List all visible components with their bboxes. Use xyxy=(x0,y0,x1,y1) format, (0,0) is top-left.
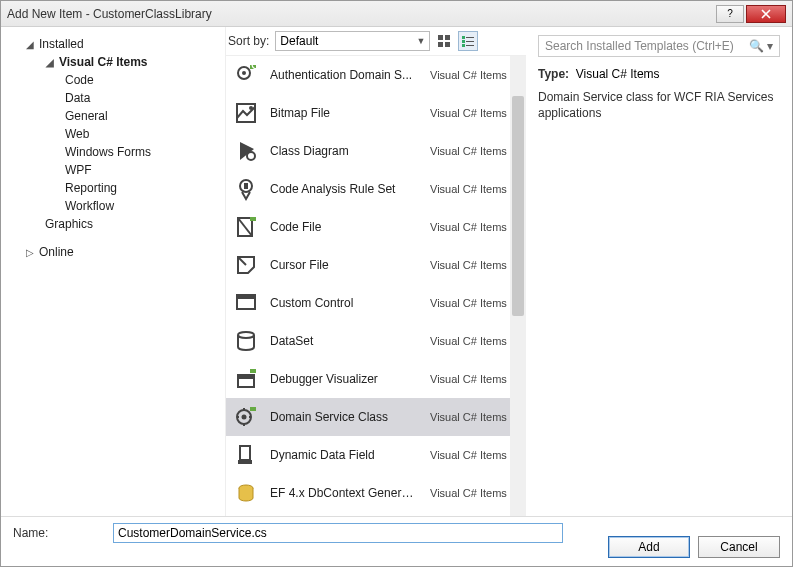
nav-visual-csharp-items[interactable]: ◢Visual C# Items xyxy=(11,53,215,71)
template-icon xyxy=(232,251,260,279)
chevron-right-icon: ▷ xyxy=(25,247,35,258)
sortby-dropdown[interactable]: Default ▼ xyxy=(275,31,430,51)
svg-rect-4 xyxy=(462,36,465,39)
nav-installed[interactable]: ◢Installed xyxy=(11,35,215,53)
sortby-value: Default xyxy=(280,34,318,48)
footer: Name: Add Cancel xyxy=(1,516,792,566)
svg-rect-5 xyxy=(466,37,474,38)
svg-point-15 xyxy=(249,106,253,110)
template-icon xyxy=(232,365,260,393)
list-toolbar: Sort by: Default ▼ xyxy=(226,27,526,55)
template-item[interactable]: Debugger VisualizerVisual C# Items xyxy=(226,360,526,398)
svg-rect-32 xyxy=(240,446,250,460)
nav-graphics[interactable]: Graphics xyxy=(11,215,215,233)
template-item[interactable]: Dynamic Data FieldVisual C# Items xyxy=(226,436,526,474)
svg-rect-22 xyxy=(250,217,256,221)
template-item[interactable]: Domain Service ClassVisual C# Items xyxy=(226,398,526,436)
template-category: Visual C# Items xyxy=(430,373,520,385)
template-category: Visual C# Items xyxy=(430,335,520,347)
template-category: Visual C# Items xyxy=(430,487,520,499)
template-name: Class Diagram xyxy=(270,144,420,158)
svg-rect-0 xyxy=(438,35,443,40)
svg-point-11 xyxy=(242,71,246,75)
template-name: Domain Service Class xyxy=(270,410,420,424)
template-item[interactable]: Class DiagramVisual C# Items xyxy=(226,132,526,170)
template-category: Visual C# Items xyxy=(430,449,520,461)
svg-rect-1 xyxy=(445,35,450,40)
svg-point-17 xyxy=(247,152,255,160)
template-item[interactable]: Code FileVisual C# Items xyxy=(226,208,526,246)
template-icon xyxy=(232,99,260,127)
template-icon xyxy=(232,289,260,317)
svg-rect-24 xyxy=(237,295,255,299)
scrollbar[interactable] xyxy=(510,56,526,517)
template-name: DataSet xyxy=(270,334,420,348)
nav-online[interactable]: ▷Online xyxy=(11,243,215,261)
template-category: Visual C# Items xyxy=(430,297,520,309)
svg-rect-2 xyxy=(438,42,443,47)
svg-rect-9 xyxy=(466,45,474,46)
svg-point-25 xyxy=(238,332,254,338)
scrollbar-thumb[interactable] xyxy=(512,96,524,316)
svg-rect-19 xyxy=(244,183,248,189)
template-list: C#Authentication Domain S...Visual C# It… xyxy=(226,55,526,517)
search-icon: 🔍 ▾ xyxy=(749,39,773,53)
nav-code[interactable]: Code xyxy=(11,71,215,89)
content: ◢Installed ◢Visual C# Items Code Data Ge… xyxy=(1,27,792,517)
template-category: Visual C# Items xyxy=(430,69,520,81)
template-icon xyxy=(232,327,260,355)
search-placeholder: Search Installed Templates (Ctrl+E) xyxy=(545,39,734,53)
nav-reporting[interactable]: Reporting xyxy=(11,179,215,197)
svg-rect-27 xyxy=(238,375,254,379)
template-item[interactable]: DataSetVisual C# Items xyxy=(226,322,526,360)
template-name: Debugger Visualizer xyxy=(270,372,420,386)
chevron-down-icon: ◢ xyxy=(25,39,35,50)
name-label: Name: xyxy=(13,526,103,540)
template-name: Authentication Domain S... xyxy=(270,68,420,82)
template-name: Dynamic Data Field xyxy=(270,448,420,462)
svg-rect-33 xyxy=(238,460,252,464)
template-item[interactable]: Bitmap FileVisual C# Items xyxy=(226,94,526,132)
template-item[interactable]: EF 4.x DbContext GeneratorVisual C# Item… xyxy=(226,474,526,512)
svg-point-30 xyxy=(242,415,247,420)
svg-text:C#: C# xyxy=(251,63,258,72)
chevron-down-icon: ◢ xyxy=(45,57,55,68)
svg-rect-8 xyxy=(462,44,465,47)
template-name: Code Analysis Rule Set xyxy=(270,182,420,196)
nav-data[interactable]: Data xyxy=(11,89,215,107)
template-category: Visual C# Items xyxy=(430,221,520,233)
search-input[interactable]: Search Installed Templates (Ctrl+E) 🔍 ▾ xyxy=(538,35,780,57)
name-input[interactable] xyxy=(113,523,563,543)
details-panel: Search Installed Templates (Ctrl+E) 🔍 ▾ … xyxy=(526,27,792,517)
template-category: Visual C# Items xyxy=(430,183,520,195)
view-large-icons-button[interactable] xyxy=(434,31,454,51)
nav-web[interactable]: Web xyxy=(11,125,215,143)
svg-line-21 xyxy=(238,218,252,236)
window-title: Add New Item - CustomerClassLibrary xyxy=(7,7,716,21)
template-item[interactable]: C#Authentication Domain S...Visual C# It… xyxy=(226,56,526,94)
template-item[interactable]: Custom ControlVisual C# Items xyxy=(226,284,526,322)
window-buttons: ? xyxy=(716,5,786,23)
nav-workflow[interactable]: Workflow xyxy=(11,197,215,215)
nav-windows-forms[interactable]: Windows Forms xyxy=(11,143,215,161)
description: Domain Service class for WCF RIA Service… xyxy=(538,89,780,121)
sortby-label: Sort by: xyxy=(228,34,269,48)
view-details-button[interactable] xyxy=(458,31,478,51)
template-icon xyxy=(232,175,260,203)
template-name: Custom Control xyxy=(270,296,420,310)
template-category: Visual C# Items xyxy=(430,259,520,271)
nav-wpf[interactable]: WPF xyxy=(11,161,215,179)
template-category: Visual C# Items xyxy=(430,145,520,157)
template-name: Code File xyxy=(270,220,420,234)
close-button[interactable] xyxy=(746,5,786,23)
template-icon xyxy=(232,479,260,507)
left-nav: ◢Installed ◢Visual C# Items Code Data Ge… xyxy=(1,27,226,517)
add-button[interactable]: Add xyxy=(608,536,690,558)
template-item[interactable]: Cursor FileVisual C# Items xyxy=(226,246,526,284)
nav-general[interactable]: General xyxy=(11,107,215,125)
template-icon xyxy=(232,441,260,469)
help-button[interactable]: ? xyxy=(716,5,744,23)
svg-rect-28 xyxy=(250,369,256,373)
template-item[interactable]: Code Analysis Rule SetVisual C# Items xyxy=(226,170,526,208)
cancel-button[interactable]: Cancel xyxy=(698,536,780,558)
